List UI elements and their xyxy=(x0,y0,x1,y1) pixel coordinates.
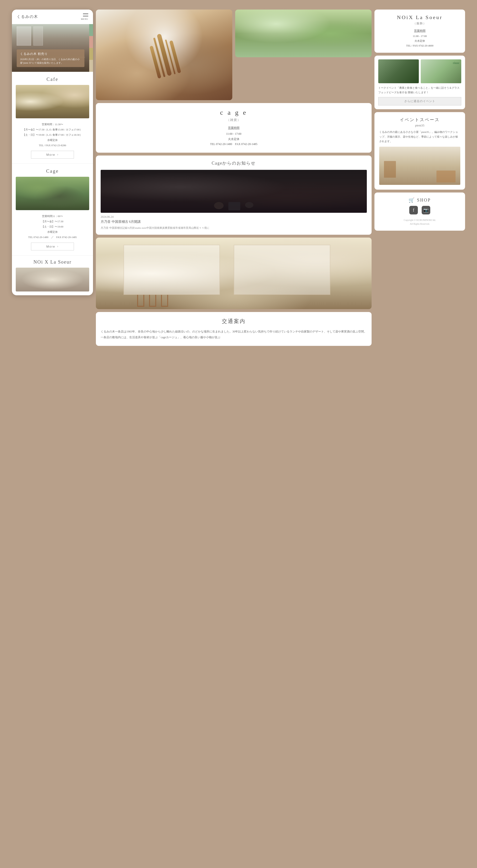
middle-column: c a g e （雑貨） 営業時間 11:00 - 17:00 火水定休 TEL… xyxy=(96,9,372,346)
green-window-image xyxy=(235,9,372,57)
news-subtitle: 月乃音 中国茶稽古 6月開講 xyxy=(101,220,367,224)
noix-hours-detail: 11:00 - 17:00 火水定休 TEL / FAX 0742-20-460… xyxy=(379,34,460,48)
cage-more-label: More xyxy=(46,245,55,248)
cafe-image xyxy=(16,85,89,118)
green-window-bg xyxy=(235,9,372,57)
hero-image: くるみの木 初売り 2020年1月2日（木）の初売り当日、くるみの木の庭の小屋"… xyxy=(12,24,93,72)
noix-name-jp: （服飾） xyxy=(379,22,460,26)
facebook-icon[interactable]: f xyxy=(409,206,418,214)
noix-hours-line2: 火水定休 xyxy=(379,39,460,43)
event-space-desc: くるみの木の庭にある小さな小屋「pieni35」。編み物のワークショップ、洋服の… xyxy=(379,130,460,144)
cafe-section: Cafe 営業時間：11:30〜 【月〜金】〜17:30（L.O. 食事15:0… xyxy=(12,72,93,164)
cage-title: Cage xyxy=(16,168,89,174)
event-space-title: イベントスペース xyxy=(379,117,460,123)
left-column: くるみの木 MENU xyxy=(12,9,93,295)
cafe-hours-1: 営業時間：11:30〜 xyxy=(16,122,89,127)
cafe-image-bg xyxy=(16,85,89,118)
event-img-2-bg: rinne xyxy=(421,59,461,83)
cage-image xyxy=(16,177,89,210)
color-strip-3 xyxy=(89,48,93,60)
cage-tel: TEL 0742-20-1480 ／ FAX 0742-20-1485 xyxy=(16,235,89,240)
event-space-image xyxy=(379,147,460,185)
news-date: 2024.06.24 xyxy=(101,215,367,219)
cage-hours-2: 【月〜金】〜17:30 xyxy=(16,219,89,224)
noix-tel: TEL / FAX 0742-20-4600 xyxy=(379,43,460,48)
color-strips xyxy=(89,24,93,72)
wooden-utensils-bg xyxy=(96,9,232,100)
cage-store-card: c a g e （雑貨） 営業時間 11:00 - 17:00 火水定休 TEL… xyxy=(96,103,372,153)
cage-name-en: c a g e xyxy=(101,109,367,116)
social-row: f 📷 xyxy=(379,206,460,214)
event-image-2: rinne xyxy=(421,59,461,83)
right-column: NOiX La Soeur （服飾） 営業時間 11:00 - 17:00 火水… xyxy=(375,9,465,231)
phone-header: くるみの木 MENU xyxy=(12,9,93,24)
cafe-closed: 水曜定休 xyxy=(16,137,89,143)
past-events-button[interactable]: さらに過去のイベント xyxy=(378,97,461,105)
cage-name-jp: （雑貨） xyxy=(101,118,367,122)
noix-hours-label: 営業時間 xyxy=(379,29,460,33)
event-card: rinne トークイベント「農業と飲食と食べること」を一緒に話そう＆グラスフェッ… xyxy=(375,56,465,109)
menu-label: MENU xyxy=(81,18,89,20)
cage-news-title: Cageからのお知らせ xyxy=(101,160,367,166)
copyright-line2: All Rights Reserved. xyxy=(379,222,460,226)
interior-image-card xyxy=(96,238,372,309)
menu-line-2 xyxy=(83,15,88,15)
noix-card: NOiX La Soeur （服飾） 営業時間 11:00 - 17:00 火水… xyxy=(375,9,465,53)
cafe-title: Cafe xyxy=(16,76,89,82)
noi-section: NOi X La Soeur xyxy=(12,255,93,295)
cafe-hours-2: 【月〜金】〜17:30（L.O. 食事15:00 / カフェ17:00） xyxy=(16,127,89,132)
event-img-1-bg xyxy=(378,59,419,83)
top-images-row xyxy=(96,9,372,100)
cart-icon: 🛒 xyxy=(409,197,415,203)
cafe-more-button[interactable]: More › xyxy=(31,151,74,159)
noix-hours-line1: 11:00 - 17:00 xyxy=(379,34,460,39)
access-text: くるみの木一条店は1983年、奈良の中心地から少し離れた線路沿いの、のどかな場所… xyxy=(101,329,367,340)
cage-hours-line2: 火水定休 xyxy=(101,137,367,142)
color-strip-2 xyxy=(89,36,93,48)
cafe-more-label: More xyxy=(46,153,55,156)
cage-more-button[interactable]: More › xyxy=(31,243,74,250)
color-strip-1 xyxy=(89,24,93,36)
cafe-tel: TEL / FAX 0742-23-8286 xyxy=(16,143,89,148)
color-strip-4 xyxy=(89,60,93,72)
menu-button[interactable]: MENU xyxy=(81,13,89,20)
shop-row: 🛒 SHOP xyxy=(379,197,460,203)
cage-section: Cage 営業時間11：00〜 【月〜金】〜17:30 【土・日】〜19:00 … xyxy=(12,164,93,255)
event-text: トークイベント「農業と飲食と食べること」を一緒に話そう＆グラスフェッドビーズを食… xyxy=(378,86,461,94)
event-images-row: rinne xyxy=(378,59,461,83)
interior-bg xyxy=(96,238,372,309)
news-image xyxy=(101,170,367,213)
noi-title: NOi X La Soeur xyxy=(16,259,89,265)
hero-overlay-text: 2020年1月2日（木）の初売り当日、くるみの木の庭の小屋"pieni 35"に… xyxy=(20,58,81,65)
cage-info: 営業時間11：00〜 【月〜金】〜17:30 【土・日】〜19:00 水曜定休 … xyxy=(16,214,89,240)
cage-news-card: Cageからのお知らせ 2024.06.24 月乃音 中国茶稽古 6月開講 月乃… xyxy=(96,156,372,235)
cage-hours-3: 【土・日】〜19:00 xyxy=(16,224,89,229)
rinne-label: rinne xyxy=(453,61,459,65)
menu-line-3 xyxy=(83,16,88,17)
hero-image-inner: くるみの木 初売り 2020年1月2日（木）の初売り当日、くるみの木の庭の小屋"… xyxy=(12,24,93,72)
cage-hours-label: 営業時間 xyxy=(101,126,367,130)
site-title: くるみの木 xyxy=(17,14,38,19)
cafe-hours-3: 【土・日】〜19:00（L.O. 食事17:00 / カフェ18:30） xyxy=(16,132,89,137)
copyright: Copyright © KURUMINOKI ltd. All Rights R… xyxy=(379,218,460,226)
event-space-subtitle: pieni35 xyxy=(379,124,460,127)
tea-ceremony-bg xyxy=(101,170,367,213)
news-excerpt: 月乃音 中国茶稽古記録 6月於studio noix中国大陸南東炭農景観省市省湘… xyxy=(101,226,367,230)
hero-overlay: くるみの木 初売り 2020年1月2日（木）の初売り当日、くるみの木の庭の小屋"… xyxy=(17,50,85,67)
cafe-info: 営業時間：11:30〜 【月〜金】〜17:30（L.O. 食事15:00 / カ… xyxy=(16,122,89,148)
instagram-icon[interactable]: 📷 xyxy=(422,206,430,214)
cafe-more-arrow: › xyxy=(57,153,59,156)
cage-image-bg xyxy=(16,177,89,210)
event-image-1 xyxy=(378,59,419,83)
shop-label[interactable]: SHOP xyxy=(417,198,431,203)
access-card: 交通案内 くるみの木一条店は1983年、奈良の中心地から少し離れた線路沿いの、の… xyxy=(96,312,372,346)
cage-hours-line1: 11:00 - 17:00 xyxy=(101,131,367,137)
phone-frame: くるみの木 MENU xyxy=(12,9,93,295)
event-space-card: イベントスペース pieni35 くるみの木の庭にある小さな小屋「pieni35… xyxy=(375,112,465,190)
cage-more-arrow: › xyxy=(57,245,59,248)
shop-card: 🛒 SHOP f 📷 Copyright © KURUMINOKI ltd. A… xyxy=(375,192,465,231)
cage-hours-1: 営業時間11：00〜 xyxy=(16,214,89,219)
menu-line-1 xyxy=(83,13,88,14)
noix-name-en: NOiX La Soeur xyxy=(379,14,460,21)
page-wrapper: くるみの木 MENU xyxy=(12,9,465,346)
